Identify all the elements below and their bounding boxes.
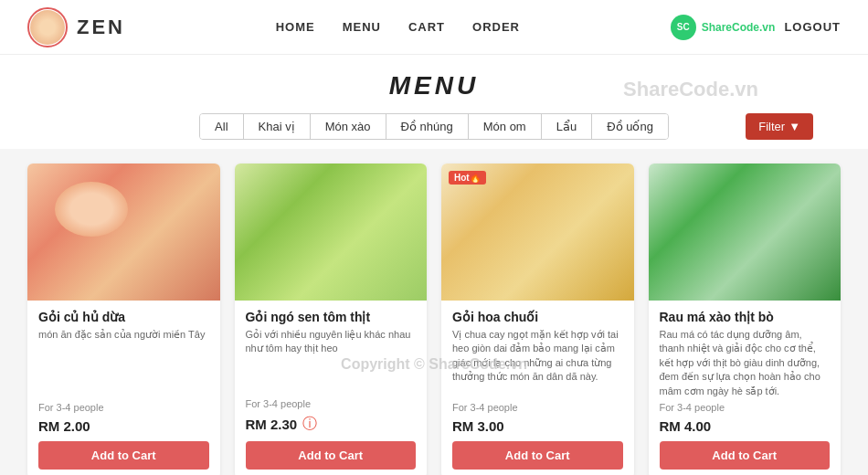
card-image-1 bbox=[27, 164, 220, 301]
card-title-2: Gỏi ngó sen tôm thịt bbox=[246, 310, 417, 324]
card-price-row-3: RM 3.00 bbox=[452, 418, 623, 434]
card-people-2: For 3-4 people bbox=[246, 398, 417, 409]
filter-tab-mon-xao[interactable]: Món xào bbox=[311, 114, 386, 139]
add-to-cart-3[interactable]: Add to Cart bbox=[452, 441, 623, 470]
card-body-3: Gỏi hoa chuối Vị chua cay ngọt mặn kết h… bbox=[441, 301, 634, 475]
card-desc-4: Rau má có tác dụng dưỡng âm, thanh nhiệt… bbox=[660, 328, 831, 398]
card-body-2: Gỏi ngó sen tôm thịt Gỏi với nhiều nguyê… bbox=[235, 301, 428, 475]
card-desc-1: món ăn đặc sản của người miền Tây bbox=[38, 328, 209, 398]
filter-tab-all[interactable]: All bbox=[200, 114, 243, 139]
card-price-4: RM 4.00 bbox=[660, 418, 712, 434]
filter-tab-lau[interactable]: Lẩu bbox=[542, 114, 592, 139]
filter-tab-do-uong[interactable]: Đồ uống bbox=[592, 114, 668, 139]
filter-tab-khai-vi[interactable]: Khai vị bbox=[244, 114, 311, 139]
card-people-4: For 3-4 people bbox=[660, 402, 831, 413]
card-image-3: Hot🔥 bbox=[441, 164, 634, 301]
card-image-2 bbox=[235, 164, 428, 301]
nav-order[interactable]: ORDER bbox=[472, 20, 520, 34]
menu-card-2: Gỏi ngó sen tôm thịt Gỏi với nhiều nguyê… bbox=[235, 164, 428, 475]
add-to-cart-4[interactable]: Add to Cart bbox=[660, 441, 831, 470]
menu-card-1: Gỏi củ hủ dừa món ăn đặc sản của người m… bbox=[27, 164, 220, 475]
card-body-1: Gỏi củ hủ dừa món ăn đặc sản của người m… bbox=[27, 301, 220, 475]
filter-button[interactable]: Filter ▼ bbox=[746, 113, 813, 140]
sharecode-text: ShareCode.vn bbox=[702, 21, 776, 34]
menu-card-4: Rau má xào thịt bò Rau má có tác dụng dư… bbox=[649, 164, 842, 475]
menu-section: ShareCode.vn MENU All Khai vị Món xào Đồ… bbox=[0, 55, 868, 149]
card-price-2: RM 2.30 bbox=[246, 417, 298, 432]
main-nav: HOME MENU CART ORDER bbox=[276, 20, 520, 34]
card-desc-3: Vị chua cay ngọt mặn kết hợp với tai heo… bbox=[452, 328, 623, 398]
card-price-row-4: RM 4.00 bbox=[660, 418, 831, 434]
card-image-4 bbox=[649, 164, 842, 301]
card-title-1: Gỏi củ hủ dừa bbox=[38, 310, 209, 324]
card-price-1: RM 2.00 bbox=[38, 418, 90, 434]
filter-tab-mon-om[interactable]: Món om bbox=[469, 114, 542, 139]
add-to-cart-1[interactable]: Add to Cart bbox=[38, 441, 209, 470]
card-body-4: Rau má xào thịt bò Rau má có tác dụng dư… bbox=[649, 301, 842, 475]
filter-tab-do-nhung[interactable]: Đồ nhúng bbox=[386, 114, 469, 139]
nav-right: SC ShareCode.vn LOGOUT bbox=[671, 15, 841, 40]
card-price-row-1: RM 2.00 bbox=[38, 418, 209, 434]
card-desc-2: Gỏi với nhiều nguyên liệu khác nhau như … bbox=[246, 328, 417, 395]
sharecode-icon: SC bbox=[671, 15, 696, 40]
card-people-3: For 3-4 people bbox=[452, 402, 623, 413]
logo-text: ZEN bbox=[77, 16, 125, 39]
nav-home[interactable]: HOME bbox=[276, 20, 315, 34]
card-price-row-2: RM 2.30 ⓘ bbox=[246, 415, 417, 434]
menu-title: MENU bbox=[27, 71, 841, 100]
card-people-1: For 3-4 people bbox=[38, 402, 209, 413]
nav-cart[interactable]: CART bbox=[408, 20, 445, 34]
hot-badge: Hot🔥 bbox=[449, 171, 486, 185]
content: Gỏi củ hủ dừa món ăn đặc sản của người m… bbox=[0, 149, 868, 475]
sharecode-badge: SC ShareCode.vn bbox=[671, 15, 776, 40]
card-title-3: Gỏi hoa chuối bbox=[452, 310, 623, 324]
menu-card-3: Hot🔥 Gỏi hoa chuối Vị chua cay ngọt mặn … bbox=[441, 164, 634, 475]
nav-menu[interactable]: MENU bbox=[343, 20, 381, 34]
logout-link[interactable]: LOGOUT bbox=[784, 20, 841, 34]
filter-tabs: All Khai vị Món xào Đồ nhúng Món om Lẩu … bbox=[199, 113, 669, 140]
logo-area: ZEN bbox=[27, 7, 125, 48]
header: ZEN HOME MENU CART ORDER SC ShareCode.vn… bbox=[0, 0, 868, 55]
alert-icon-2: ⓘ bbox=[302, 415, 317, 434]
card-price-3: RM 3.00 bbox=[452, 418, 504, 434]
add-to-cart-2[interactable]: Add to Cart bbox=[246, 441, 417, 470]
cards-grid: Gỏi củ hủ dừa món ăn đặc sản của người m… bbox=[27, 164, 841, 475]
logo-icon bbox=[27, 7, 68, 48]
card-title-4: Rau má xào thịt bò bbox=[660, 310, 831, 324]
filter-icon: ▼ bbox=[789, 120, 800, 133]
filter-bar: All Khai vị Món xào Đồ nhúng Món om Lẩu … bbox=[27, 113, 841, 140]
